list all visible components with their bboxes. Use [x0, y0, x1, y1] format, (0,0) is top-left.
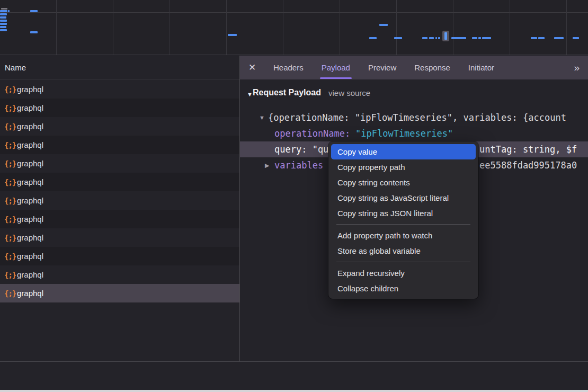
- menu-item-copy-property-path[interactable]: Copy property path: [331, 159, 476, 175]
- property-value: "ipFlowTimeseries": [355, 126, 453, 141]
- network-activity-bar: [379, 24, 388, 26]
- view-source-link[interactable]: view source: [328, 88, 370, 97]
- network-activity-bar: [0, 26, 6, 28]
- request-name-label: graphql: [17, 177, 43, 186]
- network-activity-bar: [369, 37, 377, 39]
- network-activity-bar: [482, 37, 491, 39]
- payload-operationname-row[interactable]: operationName: "ipFlowTimeseries": [240, 126, 588, 141]
- menu-separator: [336, 224, 470, 225]
- request-row-graphql[interactable]: {;}graphql: [0, 99, 239, 117]
- overview-divider-line: [0, 12, 588, 13]
- query-fragment-left: query: "qu: [274, 141, 328, 157]
- request-row-graphql[interactable]: {;}graphql: [0, 173, 239, 191]
- json-request-icon: {;}: [4, 178, 17, 186]
- json-request-icon: {;}: [4, 215, 17, 224]
- menu-item-copy-value[interactable]: Copy value: [331, 144, 476, 159]
- payload-object-preview: {operationName: "ipFlowTimeseries", vari…: [268, 110, 566, 126]
- network-activity-bar: [0, 13, 7, 15]
- network-activity-bar: [0, 16, 6, 19]
- network-activity-bar: [30, 10, 38, 12]
- json-request-icon: {;}: [4, 141, 17, 149]
- network-activity-bar: [394, 37, 402, 39]
- network-activity-bar: [0, 29, 7, 31]
- request-name-label: graphql: [17, 140, 43, 149]
- request-row-graphql[interactable]: {;}graphql: [0, 284, 239, 302]
- request-name-label: graphql: [17, 252, 43, 261]
- context-menu: Copy valueCopy property pathCopy string …: [328, 141, 478, 299]
- request-name-label: graphql: [17, 196, 43, 205]
- request-name-label: graphql: [17, 159, 43, 168]
- network-activity-bar: [0, 10, 7, 12]
- property-key: variables: [274, 157, 323, 173]
- menu-item-store-as-global-variable[interactable]: Store as global variable: [331, 243, 476, 259]
- request-name-label: graphql: [17, 233, 43, 242]
- timeline-gridline: [510, 0, 510, 55]
- network-activity-bar: [422, 37, 427, 39]
- json-request-icon: {;}: [4, 85, 17, 94]
- tab-initiator[interactable]: Initiator: [459, 56, 503, 79]
- request-row-graphql[interactable]: {;}graphql: [0, 247, 239, 265]
- request-row-graphql[interactable]: {;}graphql: [0, 265, 239, 284]
- request-row-graphql[interactable]: {;}graphql: [0, 210, 239, 228]
- request-row-graphql[interactable]: {;}graphql: [0, 154, 239, 173]
- network-activity-bar: [8, 10, 10, 12]
- network-activity-bar: [429, 37, 434, 39]
- network-activity-bar: [531, 37, 537, 39]
- window-bottom-edge: [0, 390, 588, 392]
- network-activity-bar: [438, 37, 440, 39]
- menu-item-copy-string-contents[interactable]: Copy string contents: [331, 175, 476, 190]
- timeline-gridline: [396, 0, 397, 55]
- request-name-label: graphql: [17, 289, 43, 298]
- json-request-icon: {;}: [4, 159, 17, 168]
- request-list-panel: Name {;}graphql{;}graphql{;}graphql{;}gr…: [0, 56, 239, 361]
- network-activity-bar: [435, 37, 437, 39]
- hover-marker: [442, 31, 449, 41]
- request-row-graphql[interactable]: {;}graphql: [0, 191, 239, 210]
- timeline-gridline: [56, 0, 57, 55]
- tab-headers[interactable]: Headers: [264, 56, 313, 79]
- json-request-icon: {;}: [4, 271, 17, 279]
- devtools-network-panel: Name {;}graphql{;}graphql{;}graphql{;}gr…: [0, 0, 588, 392]
- request-row-graphql[interactable]: {;}graphql: [0, 228, 239, 247]
- expand-triangle-icon[interactable]: ▶: [265, 157, 269, 173]
- details-tabbar: ✕ HeadersPayloadPreviewResponseInitiator…: [240, 56, 588, 79]
- menu-item-collapse-children[interactable]: Collapse children: [331, 281, 476, 296]
- close-icon[interactable]: ✕: [240, 62, 264, 73]
- network-activity-bar: [228, 34, 237, 36]
- request-row-graphql[interactable]: {;}graphql: [0, 136, 239, 154]
- more-tabs-icon[interactable]: »: [564, 62, 588, 74]
- menu-separator: [336, 262, 470, 262]
- menu-item-add-property-path-to-watch[interactable]: Add property path to watch: [331, 228, 476, 243]
- query-fragment-right: untTag: string, $f: [479, 141, 577, 157]
- request-row-graphql[interactable]: {;}graphql: [0, 80, 239, 99]
- section-collapse-icon[interactable]: ▼: [247, 91, 253, 97]
- tab-response[interactable]: Response: [405, 56, 459, 79]
- request-name-label: graphql: [17, 85, 43, 94]
- json-request-icon: {;}: [4, 234, 17, 242]
- menu-item-copy-string-as-javascript-literal[interactable]: Copy string as JavaScript literal: [331, 190, 476, 206]
- request-name-label: graphql: [17, 270, 43, 279]
- timeline-gridline: [340, 0, 340, 55]
- timeline-gridline: [113, 0, 113, 55]
- hover-marker-tick: [444, 32, 447, 40]
- timeline-gridline: [566, 0, 567, 55]
- name-column-header[interactable]: Name: [0, 56, 239, 79]
- menu-item-expand-recursively[interactable]: Expand recursively: [331, 265, 476, 281]
- network-activity-bar: [538, 37, 545, 39]
- network-activity-bar: [478, 37, 481, 39]
- timeline-gridline: [226, 0, 227, 55]
- network-activity-bar: [0, 23, 7, 25]
- tab-payload[interactable]: Payload: [313, 56, 359, 79]
- json-request-icon: {;}: [4, 104, 17, 112]
- collapse-triangle-icon[interactable]: ▼: [259, 110, 265, 126]
- tab-preview[interactable]: Preview: [359, 56, 405, 79]
- network-activity-bar: [573, 37, 579, 39]
- menu-item-copy-string-as-json-literal[interactable]: Copy string as JSON literal: [331, 206, 476, 221]
- request-row-graphql[interactable]: {;}graphql: [0, 117, 239, 136]
- timeline-gridline: [283, 0, 283, 55]
- network-overview-timeline[interactable]: [0, 0, 588, 55]
- request-payload-title: Request Payload: [253, 88, 321, 97]
- payload-root-row[interactable]: ▼ {operationName: "ipFlowTimeseries", va…: [240, 110, 588, 126]
- request-name-label: graphql: [17, 122, 43, 131]
- network-activity-bar: [554, 37, 564, 39]
